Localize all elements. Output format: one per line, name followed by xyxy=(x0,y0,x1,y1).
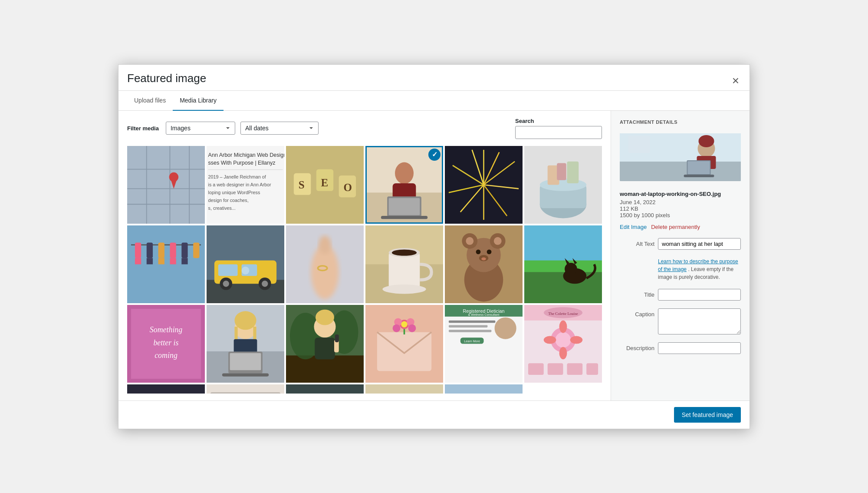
alt-text-row: Alt Text xyxy=(620,238,741,250)
media-grid: Ann Arbor Michigan Web Design fo sses Wi… xyxy=(127,146,602,394)
search-label: Search xyxy=(515,118,602,124)
svg-text:coming: coming xyxy=(155,351,178,359)
filter-type-select[interactable]: Images xyxy=(166,122,235,135)
media-item[interactable]: ng money you didn't ev nk you had... xyxy=(365,384,443,394)
svg-text:Something: Something xyxy=(150,325,183,334)
svg-point-90 xyxy=(476,249,481,254)
svg-rect-192 xyxy=(684,175,714,177)
media-item[interactable] xyxy=(445,384,523,394)
description-input[interactable] xyxy=(658,342,741,354)
svg-text:is a web designer in Ann Arbor: is a web designer in Ann Arbor xyxy=(208,182,271,187)
svg-rect-162 xyxy=(207,384,284,394)
media-grid-wrapper[interactable]: Ann Arbor Michigan Web Design fo sses Wi… xyxy=(127,146,602,394)
svg-point-72 xyxy=(242,266,250,274)
media-item[interactable] xyxy=(286,225,364,303)
svg-point-122 xyxy=(316,309,334,325)
svg-rect-178 xyxy=(445,384,523,394)
attachment-thumbnail xyxy=(620,133,741,181)
media-item[interactable] xyxy=(445,225,523,303)
svg-point-98 xyxy=(565,262,577,275)
selected-check-badge: ✓ xyxy=(428,149,441,161)
svg-point-153 xyxy=(544,336,556,344)
svg-rect-48 xyxy=(567,161,579,183)
svg-point-82 xyxy=(382,285,426,294)
description-row: Description xyxy=(620,342,741,354)
modal-header: Featured image × xyxy=(118,65,750,91)
svg-rect-116 xyxy=(222,373,269,376)
svg-text:design for coaches,: design for coaches, xyxy=(208,197,249,202)
svg-rect-59 xyxy=(170,258,176,264)
media-item-selected[interactable]: ✓ xyxy=(365,146,443,224)
media-item[interactable] xyxy=(286,384,364,394)
svg-rect-123 xyxy=(315,337,335,359)
caption-textarea[interactable] xyxy=(658,308,741,334)
svg-point-188 xyxy=(699,135,714,147)
svg-point-131 xyxy=(393,324,401,332)
svg-rect-30 xyxy=(389,198,420,215)
media-item[interactable] xyxy=(524,146,602,224)
svg-rect-141 xyxy=(449,330,491,332)
description-label: Description xyxy=(620,342,654,351)
modal-footer: Set featured image xyxy=(118,400,750,429)
close-button[interactable]: × xyxy=(730,75,741,87)
svg-point-152 xyxy=(559,347,567,359)
svg-rect-157 xyxy=(567,363,582,375)
svg-rect-125 xyxy=(335,334,339,342)
media-item[interactable] xyxy=(127,146,205,224)
search-input[interactable] xyxy=(515,126,602,139)
media-item[interactable] xyxy=(127,225,205,303)
svg-rect-54 xyxy=(147,242,153,258)
alt-text-input[interactable] xyxy=(658,238,741,250)
svg-rect-96 xyxy=(524,225,602,261)
attachment-details-panel: ATTACHMENT DETAILS xyxy=(611,111,750,400)
svg-point-81 xyxy=(392,249,417,255)
edit-image-link[interactable]: Edit Image xyxy=(620,224,647,230)
media-item[interactable] xyxy=(365,225,443,303)
media-item[interactable] xyxy=(207,305,284,383)
svg-text:S: S xyxy=(299,179,305,191)
svg-rect-62 xyxy=(193,242,199,258)
svg-point-88 xyxy=(466,237,473,245)
svg-rect-163 xyxy=(210,392,280,393)
attachment-filename: woman-at-laptop-working-on-SEO.jpg June … xyxy=(620,191,741,218)
title-input[interactable] xyxy=(658,289,741,301)
svg-point-110 xyxy=(234,311,256,330)
media-item[interactable] xyxy=(127,384,205,394)
svg-rect-52 xyxy=(135,242,141,258)
svg-text:Ann Arbor Michigan Web Design : Ann Arbor Michigan Web Design fo xyxy=(208,152,284,158)
svg-rect-155 xyxy=(528,363,544,375)
tab-media-library[interactable]: Media Library xyxy=(173,91,224,111)
media-item[interactable] xyxy=(365,305,443,383)
svg-point-71 xyxy=(262,281,268,287)
media-area: Filter media Images All dates Search xyxy=(118,111,611,400)
media-item[interactable]: Ann Arbor Michigan Web Design fo sses Wi… xyxy=(207,146,284,224)
svg-rect-191 xyxy=(688,161,710,174)
tab-upload[interactable]: Upload files xyxy=(127,91,173,111)
svg-rect-66 xyxy=(218,264,238,276)
media-item[interactable] xyxy=(286,305,364,383)
svg-point-150 xyxy=(556,332,571,347)
filter-bar: Filter media Images All dates Search xyxy=(127,118,602,139)
set-featured-image-button[interactable]: Set featured image xyxy=(674,407,741,423)
media-item[interactable] xyxy=(524,225,602,303)
media-item[interactable]: The Colette Louise xyxy=(524,305,602,383)
filter-date-select[interactable]: All dates xyxy=(240,122,319,135)
media-item[interactable] xyxy=(207,225,284,303)
tab-bar: Upload files Media Library xyxy=(118,91,750,111)
svg-rect-168 xyxy=(286,384,364,394)
svg-rect-31 xyxy=(381,216,427,219)
modal-title: Featured image xyxy=(127,72,206,90)
delete-image-link[interactable]: Delete permanently xyxy=(651,224,700,230)
svg-rect-139 xyxy=(449,320,495,322)
media-item[interactable] xyxy=(445,146,523,224)
svg-rect-184 xyxy=(620,162,741,181)
media-item[interactable]: Something better is coming xyxy=(127,305,205,383)
svg-point-132 xyxy=(408,324,416,332)
media-item[interactable]: Registered Dietician & Wellness Consulta… xyxy=(445,305,523,383)
media-item[interactable] xyxy=(207,384,284,394)
svg-point-27 xyxy=(395,162,414,184)
svg-rect-12 xyxy=(208,169,283,170)
media-item[interactable]: S E O xyxy=(286,146,364,224)
svg-point-133 xyxy=(401,321,407,327)
caption-label: Caption xyxy=(620,308,654,318)
